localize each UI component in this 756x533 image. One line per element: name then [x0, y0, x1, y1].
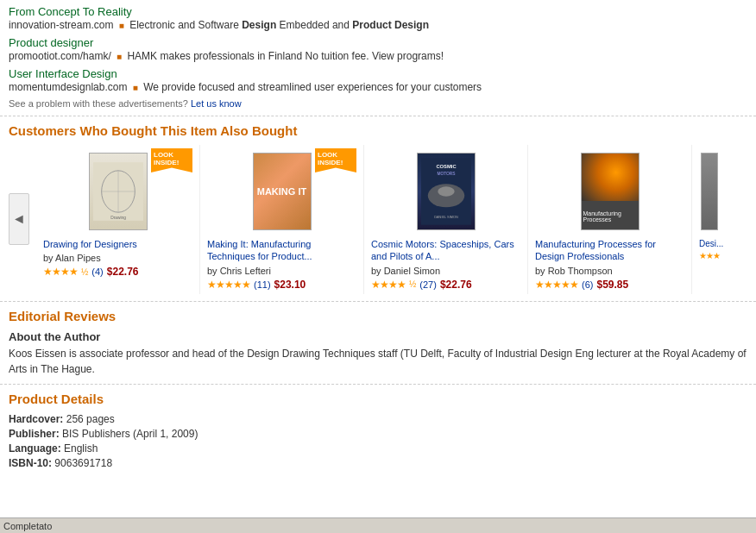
detail-label-language: Language:	[9, 442, 61, 455]
book-author-1: by Alan Pipes	[43, 253, 101, 263]
ad-title-2[interactable]: Product designer	[9, 36, 93, 49]
ad-desc-1: innovation-stream.com ■ Electronic and S…	[9, 19, 747, 31]
ad-item-1: From Concept To Reality innovation-strea…	[9, 5, 747, 31]
book-cover-4: Manufacturing Processes	[581, 153, 639, 230]
books-row: LOOK INSIDE! Drawing Drawing for Designe…	[36, 145, 747, 294]
review-count-1[interactable]: (4)	[91, 266, 103, 277]
stars-3: ★★★★	[371, 279, 406, 291]
svg-text:Drawing: Drawing	[110, 216, 126, 220]
price-4: $59.85	[596, 279, 628, 291]
stars-price-2: ★★★★★ (11) $23.10	[207, 279, 356, 291]
svg-point-9	[438, 186, 454, 197]
ad-bold-1a: Design	[242, 19, 276, 31]
stars-price-3: ★★★★½ (27) $22.76	[371, 279, 520, 291]
book-item-4: Manufacturing Processes Manufacturing Pr…	[528, 145, 692, 294]
book-item-3: COSMIC MOTORS DANIEL SIMON Cosmic Motors…	[364, 145, 528, 294]
stars-price-5: ★★★	[699, 251, 720, 260]
stars-2: ★★★★★	[207, 279, 250, 291]
book-cover-5	[701, 153, 718, 230]
review-count-4[interactable]: (6)	[582, 279, 593, 290]
ad-url-1: innovation-stream.com	[9, 19, 113, 31]
review-count-3[interactable]: (27)	[419, 279, 437, 290]
stars-price-1: ★★★★½ (4) $22.76	[43, 266, 192, 278]
ad-item-2: Product designer promootiot.com/hamk/ ■ …	[9, 36, 747, 62]
ad-text-1b: Embedded and	[276, 19, 352, 31]
book-item-5-partial: Desi... ★★★	[692, 145, 727, 294]
book-cover-1: Drawing	[89, 153, 148, 230]
product-details-section: Product Details Hardcover: 256 pages Pub…	[0, 385, 756, 479]
stars-price-4: ★★★★★ (6) $59.85	[535, 279, 684, 291]
product-details-title: Product Details	[9, 392, 747, 406]
price-1: $22.76	[107, 266, 139, 278]
ads-section: From Concept To Reality innovation-strea…	[0, 0, 756, 116]
carousel-prev-button[interactable]: ◄	[9, 193, 29, 245]
stars-1: ★★★★	[43, 266, 78, 278]
detail-row-isbn: ISBN-10: 9063691718	[9, 457, 747, 469]
bullet-1: ■	[119, 21, 124, 30]
bullet-3: ■	[133, 83, 138, 92]
ad-bold-1b: Product Design	[352, 19, 429, 31]
price-3: $22.76	[440, 279, 472, 291]
svg-text:COSMIC: COSMIC	[436, 164, 457, 169]
look-inside-badge-2: LOOK INSIDE!	[315, 148, 356, 172]
book-title-link-1[interactable]: Drawing for Designers	[43, 238, 192, 250]
book-item-2: LOOK INSIDE! MAKING IT Making It: Manufa…	[200, 145, 364, 294]
book-cover-wrapper-2: LOOK INSIDE! MAKING IT	[207, 148, 356, 235]
ad-title-1[interactable]: From Concept To Reality	[9, 5, 132, 18]
ad-text-3: We provide focused and streamlined user …	[143, 81, 482, 93]
ad-desc-3: momentumdesignlab.com ■ We provide focus…	[9, 81, 747, 93]
detail-value-language: English	[64, 442, 98, 455]
carousel-wrapper: ◄ LOOK INSIDE! Drawing	[9, 145, 747, 294]
book-title-link-5[interactable]: Desi...	[699, 238, 720, 249]
also-bought-title: Customers Who Bought This Item Also Boug…	[9, 123, 747, 138]
ad-text-1a: Electronic and Software	[129, 19, 242, 31]
ad-item-3: User Interface Design momentumdesignlab.…	[9, 67, 747, 93]
ad-text-2: HAMK makes professionals in Finland No t…	[127, 50, 444, 62]
detail-label-publisher: Publisher:	[9, 428, 60, 440]
book-cover-3: COSMIC MOTORS DANIEL SIMON	[417, 153, 476, 230]
stars-5: ★★★	[699, 251, 720, 260]
book-author-3: by Daniel Simon	[371, 266, 440, 276]
detail-value-publisher: BIS Publishers (April 1, 2009)	[62, 428, 198, 440]
ad-title-3[interactable]: User Interface Design	[9, 67, 117, 80]
editorial-reviews-title: Editorial Reviews	[9, 309, 747, 323]
let-us-know-link[interactable]: Let us know	[191, 98, 242, 109]
look-inside-badge-1: LOOK INSIDE!	[151, 148, 192, 172]
book-author-4: by Rob Thompson	[535, 266, 613, 276]
about-author-text: Koos Eissen is associate professor and h…	[9, 346, 747, 377]
book-cover-2: MAKING IT	[253, 153, 312, 230]
svg-text:MOTORS: MOTORS	[437, 172, 455, 176]
detail-value-isbn: 9063691718	[54, 457, 112, 469]
ad-desc-2: promootiot.com/hamk/ ■ HAMK makes profes…	[9, 50, 747, 62]
book-title-link-2[interactable]: Making It: Manufacturing Techniques for …	[207, 238, 356, 263]
editorial-reviews-section: Editorial Reviews About the Author Koos …	[0, 302, 756, 385]
detail-label-isbn: ISBN-10:	[9, 457, 52, 469]
also-bought-section: Customers Who Bought This Item Also Boug…	[0, 116, 756, 302]
price-2: $23.10	[274, 279, 306, 291]
book-cover-wrapper-5	[699, 148, 720, 235]
ad-url-2: promootiot.com/hamk/	[9, 50, 111, 62]
book-cover-wrapper-1: LOOK INSIDE! Drawing	[43, 148, 192, 235]
see-problem-text: See a problem with these advertisements?	[9, 98, 188, 109]
detail-row-language: Language: English	[9, 442, 747, 455]
half-star-3: ½	[409, 279, 416, 289]
detail-row-publisher: Publisher: BIS Publishers (April 1, 2009…	[9, 428, 747, 440]
book-title-link-4[interactable]: Manufacturing Processes for Design Profe…	[535, 238, 684, 263]
stars-4: ★★★★★	[535, 279, 578, 291]
bullet-2: ■	[117, 52, 122, 61]
detail-label-hardcover: Hardcover:	[9, 413, 63, 425]
half-star-1: ½	[81, 267, 88, 277]
book-item-1: LOOK INSIDE! Drawing Drawing for Designe…	[36, 145, 200, 294]
review-count-2[interactable]: (11)	[254, 279, 271, 290]
book-title-link-3[interactable]: Cosmic Motors: Spaceships, Cars and Pilo…	[371, 238, 520, 263]
about-author-title: About the Author	[9, 330, 747, 343]
book-cover-wrapper-4: Manufacturing Processes	[535, 148, 684, 235]
book-author-2: by Chris Lefteri	[207, 266, 271, 276]
book-cover-wrapper-3: COSMIC MOTORS DANIEL SIMON	[371, 148, 520, 235]
detail-row-hardcover: Hardcover: 256 pages	[9, 413, 747, 425]
see-problem: See a problem with these advertisements?…	[9, 98, 747, 109]
detail-value-hardcover: 256 pages	[66, 413, 115, 425]
svg-text:DANIEL SIMON: DANIEL SIMON	[434, 216, 458, 219]
ad-url-3: momentumdesignlab.com	[9, 81, 127, 93]
